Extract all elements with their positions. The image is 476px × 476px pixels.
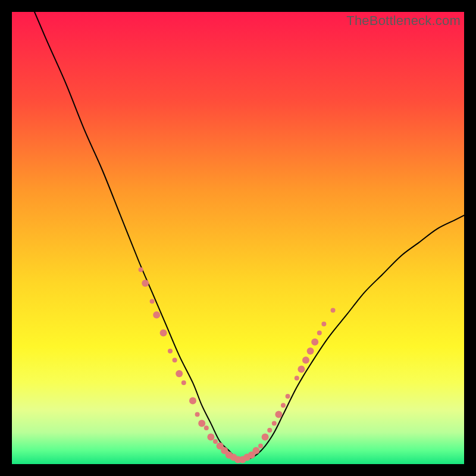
curve-marker — [281, 403, 286, 408]
curve-marker — [298, 365, 305, 372]
curve-marker — [139, 267, 143, 272]
curve-marker — [160, 330, 167, 337]
curve-marker — [258, 444, 263, 449]
curve-marker — [307, 347, 314, 355]
curve-marker — [198, 420, 205, 427]
curve-marker — [150, 299, 155, 303]
curve-marker — [272, 421, 277, 426]
chart-plot — [12, 12, 464, 464]
curve-marker — [331, 308, 336, 313]
curve-marker — [142, 280, 149, 287]
curve-marker — [189, 397, 196, 405]
curve-marker — [267, 428, 272, 433]
curve-marker — [321, 321, 326, 326]
curve-marker — [168, 349, 173, 353]
curve-marker — [252, 447, 259, 454]
curve-marker — [153, 311, 160, 318]
curve-marker — [176, 370, 183, 377]
chart-frame: TheBottleneck.com — [12, 12, 464, 464]
curve-marker — [213, 439, 218, 444]
curve-marker — [181, 380, 186, 385]
curve-marker — [295, 376, 299, 381]
curve-marker — [275, 411, 282, 418]
curve-marker — [262, 433, 269, 440]
watermark-text: TheBottleneck.com — [346, 13, 461, 29]
curve-marker — [317, 331, 322, 336]
curve-marker — [195, 412, 200, 416]
curve-marker — [204, 425, 209, 430]
chart-background — [12, 12, 464, 464]
curve-marker — [173, 358, 177, 362]
curve-marker — [286, 394, 290, 399]
curve-marker — [311, 339, 318, 346]
curve-marker — [207, 433, 214, 440]
curve-marker — [302, 356, 309, 364]
